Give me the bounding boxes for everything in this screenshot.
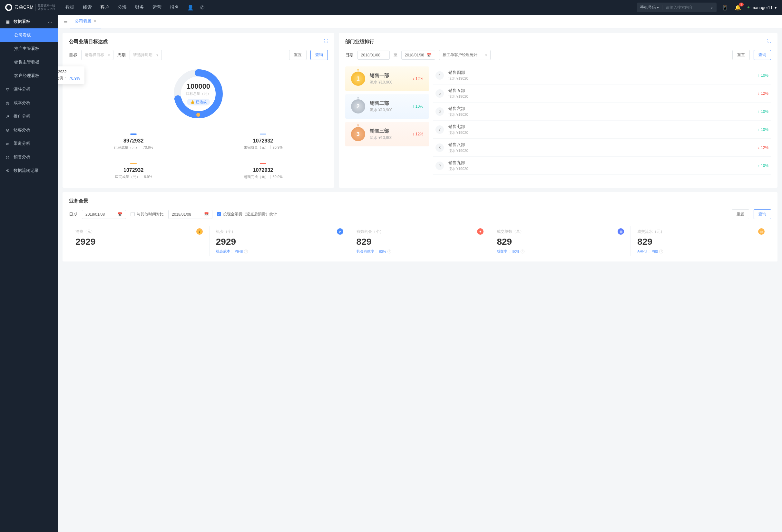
target-title: 公司业绩目标达成 — [69, 39, 328, 45]
nav-item[interactable]: 报名 — [170, 4, 179, 10]
sidebar-item[interactable]: ◷成本分析 — [0, 96, 58, 110]
kpi-cell: 机会（个）➤2929机会成本：¥948 ? — [210, 226, 350, 256]
sidebar-sub-item[interactable]: 销售主管看板 — [0, 56, 58, 69]
chart-tooltip: 1072932 所占比例：70.9% — [58, 66, 84, 84]
nav-item[interactable]: 公海 — [118, 4, 127, 10]
date-from[interactable]: 2018/01/08 — [357, 50, 390, 60]
nav-item[interactable]: 数据 — [65, 4, 74, 10]
stat-cell: 8972932已完成量（元）70.9% — [69, 131, 198, 152]
kpi-cell: 有效机会（个）✦829机会有效率：80% ? — [350, 226, 491, 256]
nav-item[interactable]: 财务 — [135, 4, 144, 10]
kpi-icon: ➤ — [337, 228, 343, 235]
query-button[interactable]: 查询 — [311, 50, 328, 60]
menu-icon: ↗ — [6, 114, 10, 119]
date-input-2[interactable]: 2018/01/08📅 — [168, 210, 212, 219]
rank-top-item: 1销售一部流水 ¥10,900↓ 12% — [345, 66, 429, 91]
sidebar-item[interactable]: ▽漏斗分析 — [0, 82, 58, 96]
user-menu[interactable]: manager11 ▾ — [747, 5, 777, 10]
donut-chart: 100000 目标总量（元） 👍已达成 — [171, 66, 226, 121]
date-input-1[interactable]: 2018/01/08📅 — [82, 210, 126, 219]
reset-button[interactable]: 重置 — [289, 50, 307, 60]
kpi-icon: ▤ — [617, 228, 624, 235]
donut-value: 100000 — [187, 82, 210, 91]
nav-item[interactable]: 客户 — [100, 4, 109, 10]
close-icon[interactable]: ✕ — [94, 19, 96, 23]
stat-cell: 1072932超额完成（元）89.9% — [198, 160, 327, 182]
contact-icon[interactable]: 👤 — [187, 4, 194, 11]
target-label: 目标 — [69, 52, 77, 58]
kpi-icon: ▭ — [758, 228, 765, 235]
search-icon[interactable]: ⌕ — [708, 5, 717, 10]
notification-badge: 5 — [739, 3, 744, 6]
hamburger-icon[interactable]: ☰ — [61, 19, 70, 24]
search-type-select[interactable]: 手机号码▾ — [637, 5, 663, 10]
brand-name: 云朵CRM — [14, 4, 34, 10]
rank-row: 5销售五部流水 ¥19020↓ 12% — [433, 84, 771, 103]
menu-icon: ⊙ — [6, 128, 10, 133]
reset-button[interactable]: 重置 — [732, 209, 749, 219]
period-label: 周期 — [117, 52, 126, 58]
mobile-icon[interactable]: 📱 — [722, 4, 728, 11]
rank-row: 6销售六部流水 ¥19020↑ 10% — [433, 103, 771, 120]
sidebar-sub-item[interactable]: 公司看板 — [0, 28, 58, 42]
rank-row: 4销售四部流水 ¥19020↑ 10% — [433, 66, 771, 84]
search-bar: 手机号码▾ ⌕ — [637, 3, 717, 12]
query-button[interactable]: 查询 — [754, 50, 771, 60]
compare-checkbox[interactable]: 与其他时间对比 — [131, 212, 164, 217]
reset-button[interactable]: 重置 — [732, 50, 750, 60]
sidebar-item[interactable]: ⟲数据流转记录 — [0, 164, 58, 177]
menu-icon: ⟲ — [6, 168, 10, 173]
menu-icon: ◷ — [6, 101, 10, 105]
rank-row: 8销售八部流水 ¥19020↓ 12% — [433, 139, 771, 157]
sidebar-section-dashboard[interactable]: ▦ 数据看板 ︿ — [0, 15, 58, 28]
menu-icon: ▽ — [6, 87, 10, 92]
donut-label: 目标总量（元） — [186, 91, 211, 96]
stat-cell: 1072932未完成量（元）20.9% — [198, 131, 327, 152]
tab-company-board[interactable]: 公司看板 ✕ — [70, 15, 101, 28]
medal-icon: 2 — [351, 99, 365, 113]
expand-icon[interactable]: ⛶ — [324, 39, 328, 43]
sidebar-item[interactable]: ↗推广分析 — [0, 110, 58, 123]
ranking-title: 部门业绩排行 — [345, 39, 771, 45]
query-button[interactable]: 查询 — [754, 209, 771, 219]
period-select[interactable]: 请选择周期▾ — [130, 50, 162, 60]
help-icon[interactable]: ? — [244, 250, 248, 253]
logo: 云朵CRM 教育机构一站式服务云平台 — [5, 4, 55, 11]
chevron-up-icon: ︿ — [48, 19, 52, 25]
calendar-icon: 📅 — [204, 212, 209, 217]
kpi-icon: ✦ — [477, 228, 484, 235]
bell-icon[interactable]: 🔔5 — [735, 4, 741, 11]
cash-checkbox[interactable]: 按现金消费（返点后消费）统计 — [217, 212, 277, 217]
rank-row: 7销售七部流水 ¥19020↑ 10% — [433, 120, 771, 139]
group-select[interactable]: 按工单客户经理统计▾ — [439, 50, 491, 60]
expand-icon[interactable]: ⛶ — [767, 39, 771, 43]
search-input[interactable] — [663, 5, 708, 10]
donut-tag: 👍已达成 — [187, 99, 210, 105]
chevron-down-icon: ▾ — [156, 53, 158, 58]
sidebar-item[interactable]: ⊙访客分析 — [0, 123, 58, 137]
date-to[interactable]: 2018/01/08📅 — [401, 50, 435, 60]
menu-icon: ∞ — [6, 141, 10, 146]
rank-top-item: 2销售二部流水 ¥10,900↑ 10% — [345, 94, 429, 119]
help-icon[interactable]: ? — [521, 250, 525, 253]
kpi-cell: 成交单数（单）▤829成交率：80% ? — [490, 226, 631, 256]
nav-item[interactable]: 运营 — [152, 4, 162, 10]
kpi-cell: 成交流水（元）▭829ARPU：¥80 ? — [631, 226, 771, 256]
sidebar-sub-item[interactable]: 客户经理看板 — [0, 69, 58, 82]
nav-item[interactable]: 线索 — [83, 4, 92, 10]
sidebar-sub-item[interactable]: 推广主管看板 — [0, 42, 58, 56]
help-icon[interactable]: ? — [387, 250, 391, 253]
help-icon[interactable]: ? — [659, 250, 663, 253]
target-select[interactable]: 请选择目标▾ — [81, 50, 113, 60]
dashboard-icon: ▦ — [6, 19, 10, 24]
sidebar-item[interactable]: ∞渠道分析 — [0, 137, 58, 150]
status-dot-icon — [747, 6, 749, 8]
menu-icon: ◎ — [6, 155, 10, 159]
phone-icon[interactable]: ✆ — [200, 4, 204, 11]
date-label: 日期 — [345, 52, 354, 58]
kpi-cell: 消费（元）💰2929 — [69, 226, 210, 256]
target-card: ⛶ 公司业绩目标达成 目标 请选择目标▾ 周期 请选择周期▾ 重置 查询 — [63, 33, 334, 188]
logo-icon — [5, 4, 12, 11]
sidebar: ▦ 数据看板 ︿ 公司看板推广主管看板销售主管看板客户经理看板 ▽漏斗分析◷成本… — [0, 15, 58, 532]
sidebar-item[interactable]: ◎销售分析 — [0, 150, 58, 164]
